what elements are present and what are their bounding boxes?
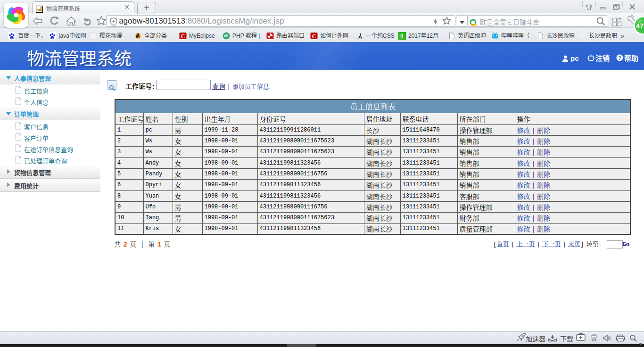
svg-text:C: C [181,33,185,40]
svg-text:?: ? [618,55,621,61]
svg-text:C: C [312,33,316,40]
svg-text:4: 4 [400,33,404,40]
svg-text:47: 47 [636,22,644,30]
